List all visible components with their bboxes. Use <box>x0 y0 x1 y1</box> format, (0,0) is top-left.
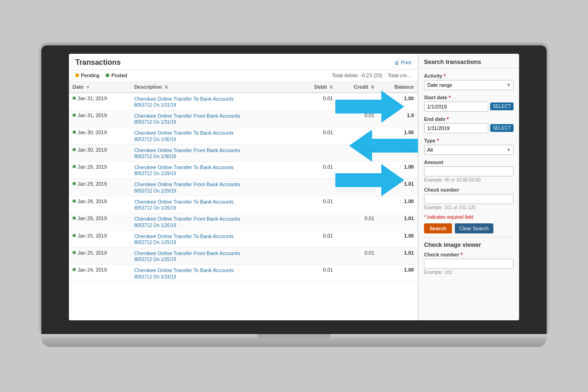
date-value: Jan 28, 2019 <box>78 199 107 204</box>
check-image-number-label: Check number * <box>424 252 514 257</box>
start-date-select-btn[interactable]: SELECT <box>490 102 514 110</box>
start-date-wrapper: SELECT <box>424 102 514 112</box>
desc-line1[interactable]: Cherokee Online Transfer From Bank Accou… <box>134 181 294 188</box>
date-cell: Jan 31, 2019 <box>69 110 130 127</box>
description-cell: Cherokee Online Transfer To Bank Account… <box>130 196 298 213</box>
col-debit[interactable]: Debit ⇅ <box>298 81 337 93</box>
row-status-dot <box>73 97 76 100</box>
required-note: * Indicates required field <box>424 215 514 220</box>
transactions-table-container: Date ▼ Description ⇅ Debit ⇅ Credit ⇅ Ba… <box>69 81 418 320</box>
table-row: Jan 30, 2019 Cherokee Online Transfer To… <box>69 127 418 144</box>
table-row: Jan 25, 2019 Cherokee Online Transfer To… <box>69 230 418 247</box>
amount-hint: Example: 40 or 10.00-50.00 <box>424 177 514 182</box>
desc-line1[interactable]: Cherokee Online Transfer To Bank Account… <box>134 164 294 171</box>
debit-cell: 0.01 <box>298 127 337 144</box>
date-cell: Jan 25, 2019 <box>69 248 130 265</box>
row-status-dot <box>73 234 76 237</box>
activity-select-wrapper: Date range All <box>424 80 514 90</box>
desc-line2: 8053712 On 1/26/19 <box>134 205 294 210</box>
date-cell: Jan 30, 2019 <box>69 144 130 161</box>
search-button[interactable]: Search <box>424 223 452 233</box>
row-status-dot <box>73 216 76 220</box>
date-cell: Jan 29, 2019 <box>69 162 130 179</box>
desc-line1[interactable]: Cherokee Online Transfer From Bank Accou… <box>134 147 294 154</box>
desc-line1[interactable]: Cherokee Online Transfer From Bank Accou… <box>134 216 294 222</box>
end-date-input[interactable] <box>424 123 488 133</box>
check-number-hint: Example: 101 or 101-120 <box>424 205 514 210</box>
desc-line2: 8053712 On 1/30/19 <box>134 154 294 159</box>
pending-label: Pending <box>81 73 99 78</box>
row-status-dot <box>73 165 76 168</box>
row-status-dot <box>73 182 76 185</box>
date-cell: Jan 24, 2019 <box>69 265 130 282</box>
end-date-group: End date * SELECT <box>424 116 514 133</box>
desc-line1[interactable]: Cherokee Online Transfer To Bank Account… <box>134 233 294 240</box>
print-button[interactable]: 🖨 Print <box>394 60 411 65</box>
check-image-number-hint: Example: 101 <box>424 270 514 275</box>
row-status-dot <box>73 131 76 134</box>
end-date-select-btn[interactable]: SELECT <box>490 124 514 132</box>
activity-select[interactable]: Date range All <box>424 80 514 90</box>
type-select[interactable]: All Debit Credit <box>424 145 514 155</box>
col-description[interactable]: Description ⇅ <box>130 81 298 93</box>
balance-cell: 1.01 <box>378 179 418 196</box>
totals-display: Total debits: -0.23 (23) Total cre... <box>332 73 411 78</box>
credit-cell: 0.01 <box>337 144 378 161</box>
laptop-shell: Transactions 🖨 Print Pending <box>41 45 547 347</box>
description-cell: Cherokee Online Transfer To Bank Account… <box>130 93 298 110</box>
date-cell: Jan 28, 2019 <box>69 196 130 213</box>
col-credit[interactable]: Credit ⇅ <box>337 81 378 93</box>
debit-cell <box>298 248 337 265</box>
date-value: Jan 30, 2019 <box>78 147 107 153</box>
start-date-group: Start date * SELECT <box>424 95 514 112</box>
screen-bezel: Transactions 🖨 Print Pending <box>41 45 547 334</box>
activity-group: Activity * Date range All <box>424 73 514 90</box>
amount-label: Amount <box>424 159 514 165</box>
table-row: Jan 25, 2019 Cherokee Online Transfer Fr… <box>69 248 418 265</box>
desc-line2: 8053712 On 1/30/19 <box>134 137 294 142</box>
check-image-title: Check image viewer <box>424 241 514 248</box>
desc-line1[interactable]: Cherokee Online Transfer To Bank Account… <box>134 199 294 205</box>
table-row: Jan 29, 2019 Cherokee Online Transfer To… <box>69 162 418 179</box>
balance-cell: 1.00 <box>378 127 418 144</box>
check-number-input[interactable] <box>424 194 514 204</box>
balance-cell: 1.01 <box>378 213 418 230</box>
date-value: Jan 30, 2019 <box>78 130 107 135</box>
debit-cell: 0.01 <box>298 230 337 247</box>
credit-cell <box>337 230 378 247</box>
debit-cell: 0.01 <box>298 162 337 179</box>
desc-line2: 8053712 On 1/29/19 <box>134 188 294 193</box>
start-date-input[interactable] <box>424 102 488 112</box>
page-title: Transactions <box>75 58 121 67</box>
debit-cell <box>298 144 337 161</box>
amount-group: Amount Example: 40 or 10.00-50.00 <box>424 159 514 182</box>
desc-line1[interactable]: Cherokee Online Transfer To Bank Account… <box>134 267 294 274</box>
credit-cell: 0.01 <box>337 248 378 265</box>
desc-line1[interactable]: Cherokee Online Transfer To Bank Account… <box>134 130 294 136</box>
balance-cell: 1.00 <box>378 265 418 282</box>
pending-status: Pending <box>75 73 99 78</box>
pending-dot <box>75 74 79 77</box>
desc-line1[interactable]: Cherokee Online Transfer To Bank Account… <box>134 96 294 102</box>
date-value: Jan 25, 2019 <box>78 233 107 239</box>
amount-input[interactable] <box>424 166 514 176</box>
col-date[interactable]: Date ▼ <box>69 81 130 93</box>
credit-cell <box>337 265 378 282</box>
debit-cell: 0.01 <box>298 196 337 213</box>
table-row: Jan 28, 2019 Cherokee Online Transfer To… <box>69 196 418 213</box>
search-form: Activity * Date range All <box>418 68 519 284</box>
table-row: Jan 29, 2019 Cherokee Online Transfer Fr… <box>69 179 418 196</box>
clear-search-button[interactable]: Clear Search <box>455 223 493 233</box>
description-cell: Cherokee Online Transfer From Bank Accou… <box>130 213 298 230</box>
description-cell: Cherokee Online Transfer To Bank Account… <box>130 127 298 144</box>
search-panel-title: Search transactions <box>418 54 519 68</box>
desc-line1[interactable]: Cherokee Online Transfer From Bank Accou… <box>134 250 294 257</box>
check-image-number-input[interactable] <box>424 259 514 269</box>
activity-required: * <box>444 73 446 79</box>
desc-line1[interactable]: Cherokee Online Transfer From Bank Accou… <box>134 113 294 119</box>
desc-line2: 8053712 On 1/31/19 <box>134 119 294 125</box>
date-value: Jan 24, 2019 <box>78 267 107 273</box>
laptop-base <box>41 334 547 347</box>
col-balance: Balance <box>378 81 418 93</box>
debit-cell <box>298 213 337 230</box>
